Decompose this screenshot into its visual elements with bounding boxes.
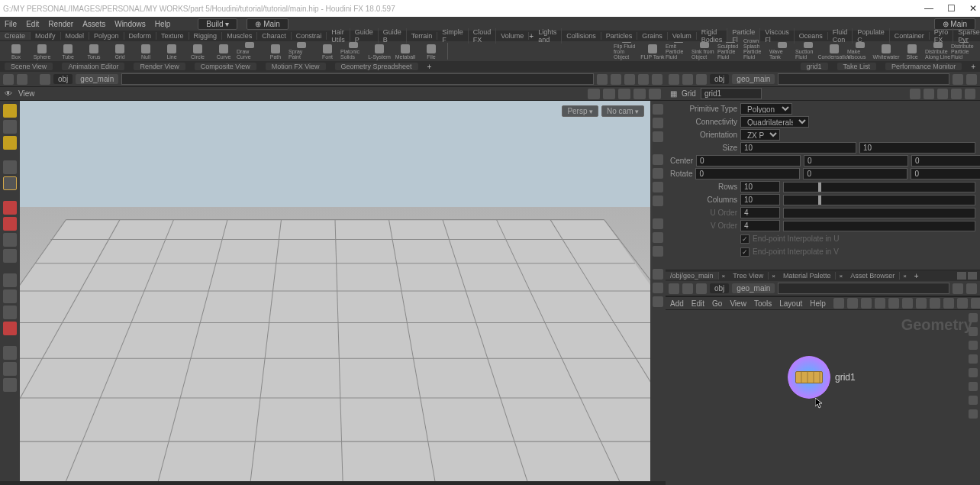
pane-tab[interactable]: Take List: [837, 63, 877, 70]
menu-assets[interactable]: Assets: [82, 20, 105, 28]
rotatex-input[interactable]: [695, 168, 800, 179]
rows-slider[interactable]: [783, 182, 975, 192]
tool-condense[interactable]: Condensation: [821, 42, 847, 60]
options-icon[interactable]: [966, 283, 977, 294]
path-input[interactable]: [778, 283, 949, 294]
pane-tab[interactable]: Scene View: [5, 63, 53, 70]
tool-icon[interactable]: [3, 362, 17, 376]
cols-slider[interactable]: [783, 195, 975, 205]
cols-input[interactable]: [740, 194, 780, 205]
rows-input[interactable]: [740, 181, 780, 192]
tool-grid[interactable]: Grid: [107, 42, 133, 60]
tool-lsystem[interactable]: L-System: [366, 42, 392, 60]
shelf-tab[interactable]: Rigid Bodies: [697, 28, 728, 44]
tool-icon[interactable]: [3, 233, 17, 247]
network-tab[interactable]: /obj/geo_main: [666, 272, 719, 280]
take-input[interactable]: grid1: [801, 63, 828, 70]
help-icon[interactable]: [951, 89, 962, 99]
tool-line[interactable]: Line: [159, 42, 185, 60]
view-mode-icon[interactable]: [633, 89, 646, 99]
tool-circle[interactable]: Circle: [185, 42, 211, 60]
shelf-tab[interactable]: Oceans: [795, 32, 828, 40]
home-icon[interactable]: [696, 74, 707, 85]
path-crumb[interactable]: obj: [53, 74, 73, 84]
tool-sculpted[interactable]: Sculpted Particle Fluid: [717, 42, 743, 60]
pin-icon[interactable]: [953, 74, 963, 85]
net-menu-go[interactable]: Go: [712, 299, 722, 308]
net-display-icon[interactable]: [969, 396, 978, 405]
display-option-icon[interactable]: [653, 196, 663, 206]
pane-tab[interactable]: Render View: [134, 63, 185, 70]
gear-icon[interactable]: [910, 89, 920, 99]
help-icon[interactable]: [937, 89, 948, 99]
shelf-tab[interactable]: Collisions: [562, 32, 601, 40]
net-tool-icon[interactable]: [888, 298, 899, 309]
options-icon[interactable]: [624, 74, 635, 85]
shelf-tab[interactable]: Guide B: [379, 28, 407, 44]
network-tab[interactable]: Material Palette: [779, 272, 837, 280]
net-tool-icon[interactable]: [861, 298, 872, 309]
net-tool-icon[interactable]: [902, 298, 913, 309]
display-option-icon[interactable]: [653, 104, 663, 115]
add-pane-tab[interactable]: +: [427, 63, 432, 71]
tool-torus[interactable]: Torus: [81, 42, 107, 60]
tool-icon[interactable]: [3, 249, 17, 263]
net-tool-icon[interactable]: [971, 298, 980, 309]
tool-icon[interactable]: [3, 289, 17, 303]
display-option-icon[interactable]: [653, 168, 663, 179]
shelf-tab[interactable]: Grains: [637, 32, 668, 40]
shelf-tab[interactable]: Model: [61, 32, 90, 40]
net-tool-icon[interactable]: [916, 298, 927, 309]
forward-button[interactable]: [682, 74, 693, 85]
net-menu-view[interactable]: View: [730, 299, 746, 308]
path-crumb[interactable]: geo_main: [732, 283, 775, 293]
shelf-tab[interactable]: Lights and: [534, 28, 562, 44]
tool-fliptank[interactable]: FLIP Tank: [640, 42, 666, 60]
display-option-icon[interactable]: [653, 269, 663, 280]
shelf-tab[interactable]: Muscles: [222, 32, 257, 40]
tool-file[interactable]: File: [418, 42, 444, 60]
net-menu-help[interactable]: Help: [810, 299, 826, 308]
tool-icon[interactable]: [3, 136, 17, 150]
rotatez-input[interactable]: [911, 168, 980, 179]
arrow-tool-icon[interactable]: [3, 160, 17, 174]
menu-file[interactable]: File: [5, 20, 17, 28]
tool-font[interactable]: Font: [314, 42, 340, 60]
close-tab-icon[interactable]: ×: [769, 273, 779, 280]
tool-box[interactable]: Box: [3, 42, 29, 60]
view-mode-icon[interactable]: [618, 89, 630, 99]
sizex-input[interactable]: [740, 142, 856, 154]
tool-icon[interactable]: [3, 217, 17, 231]
tool-icon[interactable]: [3, 322, 17, 335]
tool-icon[interactable]: [3, 273, 17, 287]
help-icon[interactable]: [965, 89, 975, 99]
net-menu-edit[interactable]: Edit: [691, 299, 704, 308]
pane-tab[interactable]: Performance Monitor: [885, 63, 962, 70]
shelf-tab[interactable]: Velum: [668, 32, 697, 40]
net-display-icon[interactable]: [969, 382, 978, 391]
tool-drawcurve[interactable]: Draw Curve: [237, 42, 263, 60]
shelf-tab[interactable]: Hair Utils: [327, 28, 350, 44]
sizey-input[interactable]: [859, 142, 975, 154]
network-view[interactable]: Geometry grid1: [666, 310, 980, 485]
net-display-icon[interactable]: [969, 368, 978, 377]
shelf-tab[interactable]: Simple F: [437, 28, 469, 44]
options-icon[interactable]: [611, 74, 621, 85]
tool-curve[interactable]: Curve: [211, 42, 237, 60]
tool-icon[interactable]: [3, 120, 17, 134]
tool-null[interactable]: Null: [133, 42, 159, 60]
select-tool-icon[interactable]: [3, 104, 17, 118]
pane-tab[interactable]: Composite View: [195, 63, 256, 70]
pane-tab[interactable]: Motion FX View: [266, 63, 326, 70]
net-display-icon[interactable]: [969, 409, 978, 419]
tool-metaball[interactable]: Metaball: [392, 42, 418, 60]
shelf-tab[interactable]: Particles: [601, 32, 638, 40]
path-crumb[interactable]: obj: [710, 283, 729, 293]
pin-icon[interactable]: [597, 74, 608, 85]
shelf-tab[interactable]: Fluid Con: [828, 28, 853, 44]
shelf-tab[interactable]: Guide P: [350, 28, 379, 44]
maximize-button[interactable]: ☐: [947, 3, 956, 14]
net-tool-icon[interactable]: [930, 298, 940, 309]
back-button[interactable]: [3, 74, 14, 85]
path-crumb[interactable]: obj: [710, 74, 729, 84]
